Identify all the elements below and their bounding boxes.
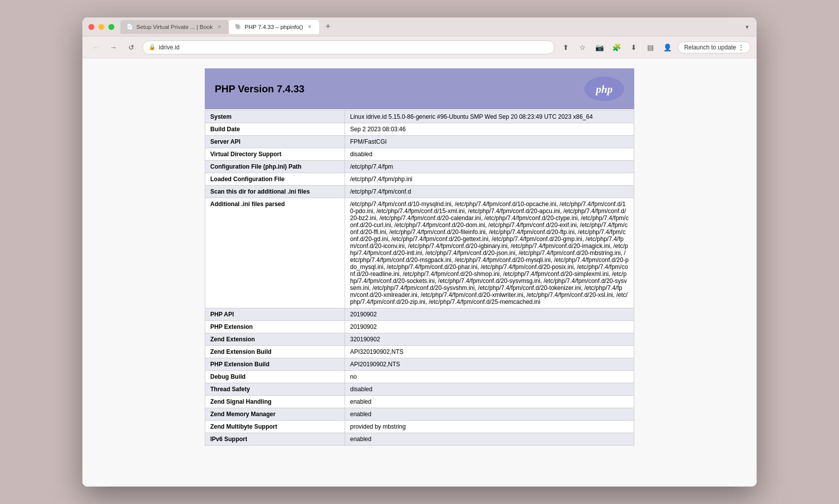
lock-icon: 🔒 — [149, 44, 156, 50]
minimize-button[interactable] — [98, 24, 104, 30]
row-key: Zend Extension Build — [205, 346, 345, 358]
address-bar[interactable]: 🔒 idrive.id — [142, 40, 555, 54]
forward-button[interactable]: → — [106, 40, 120, 54]
row-key: Configuration File (php.ini) Path — [205, 161, 345, 173]
row-key: Debug Build — [205, 371, 345, 383]
row-value: 320190902 — [345, 333, 634, 346]
close-button[interactable] — [88, 24, 94, 30]
tab-2-label: PHP 7.4.33 – phpinfo() — [245, 24, 303, 30]
row-key: Zend Extension — [205, 333, 345, 346]
row-key: PHP Extension — [205, 321, 345, 333]
row-value: enabled — [345, 396, 634, 408]
relaunch-label: Relaunch to update — [684, 44, 736, 51]
reload-button[interactable]: ↺ — [124, 40, 138, 54]
page-content[interactable]: PHP Version 7.4.33 php SystemLinux idriv… — [82, 58, 757, 487]
php-header: PHP Version 7.4.33 php — [205, 68, 634, 109]
row-value: enabled — [345, 408, 634, 421]
back-button[interactable]: ← — [88, 40, 102, 54]
table-row: PHP Extension20190902 — [205, 321, 634, 333]
tab-1-close[interactable]: ✕ — [216, 23, 223, 30]
row-key: Thread Safety — [205, 383, 345, 396]
tab-1-label: Setup Virtual Private ... | Book — [136, 24, 213, 30]
relaunch-chevron-icon: ⋮ — [738, 44, 744, 51]
table-row: Virtual Directory Supportdisabled — [205, 148, 634, 161]
phpinfo-table: SystemLinux idrive.id 5.15.0-86-generic … — [205, 110, 634, 446]
download-button[interactable]: ⬇ — [627, 40, 641, 54]
php-version-title: PHP Version 7.4.33 — [215, 83, 305, 95]
row-key: Scan this dir for additional .ini files — [205, 186, 345, 198]
row-key: PHP API — [205, 308, 345, 321]
row-value: 20190902 — [345, 321, 634, 333]
extensions-button[interactable]: 🧩 — [610, 40, 624, 54]
puzzle-icon: 🧩 — [612, 43, 621, 51]
titlebar: 📄 Setup Virtual Private ... | Book ✕ 🐘 P… — [82, 17, 757, 36]
row-value: API20190902,NTS — [345, 358, 634, 371]
table-row: Zend Memory Managerenabled — [205, 408, 634, 421]
row-value: disabled — [345, 383, 634, 396]
tab-2-favicon: 🐘 — [235, 23, 242, 30]
row-key: Virtual Directory Support — [205, 148, 345, 161]
tab-1[interactable]: 📄 Setup Virtual Private ... | Book ✕ — [120, 20, 229, 34]
row-value: FPM/FastCGI — [345, 136, 634, 148]
traffic-lights — [88, 24, 114, 30]
new-tab-button[interactable]: + — [321, 20, 335, 34]
bookmark-button[interactable]: ☆ — [576, 40, 590, 54]
row-value: /etc/php/7.4/fpm/conf.d/10-mysqlnd.ini, … — [345, 198, 634, 308]
row-key: Build Date — [205, 123, 345, 136]
maximize-button[interactable] — [108, 24, 114, 30]
svg-text:php: php — [595, 83, 613, 95]
table-row: Zend Extension BuildAPI320190902,NTS — [205, 346, 634, 358]
row-key: Zend Multibyte Support — [205, 421, 345, 433]
tabs-bar: 📄 Setup Virtual Private ... | Book ✕ 🐘 P… — [120, 20, 751, 34]
table-row: Scan this dir for additional .ini files/… — [205, 186, 634, 198]
profile-button[interactable]: 👤 — [661, 40, 675, 54]
row-key: System — [205, 111, 345, 123]
tab-2[interactable]: 🐘 PHP 7.4.33 – phpinfo() ✕ — [229, 20, 319, 34]
download-icon: ⬇ — [631, 43, 637, 51]
table-row: Server APIFPM/FastCGI — [205, 136, 634, 148]
forward-icon: → — [110, 43, 117, 51]
row-value: Linux idrive.id 5.15.0-86-generic #96-Ub… — [345, 111, 634, 123]
relaunch-button[interactable]: Relaunch to update ⋮ — [678, 41, 751, 53]
table-row: Build DateSep 2 2023 08:03:46 — [205, 123, 634, 136]
tab-2-close[interactable]: ✕ — [306, 23, 313, 30]
row-key: Additional .ini files parsed — [205, 198, 345, 308]
row-key: PHP Extension Build — [205, 358, 345, 371]
row-value: API320190902,NTS — [345, 346, 634, 358]
tabs-chevron[interactable]: ▾ — [744, 21, 751, 32]
table-row: Thread Safetydisabled — [205, 383, 634, 396]
share-icon: ⬆ — [563, 43, 569, 51]
row-key: Zend Memory Manager — [205, 408, 345, 421]
profile-icon: 👤 — [663, 43, 672, 51]
toolbar-actions: ⬆ ☆ 📷 🧩 ⬇ ▤ 👤 Relaunch to update ⋮ — [559, 40, 751, 54]
row-value: disabled — [345, 148, 634, 161]
toolbar: ← → ↺ 🔒 idrive.id ⬆ ☆ 📷 🧩 ⬇ — [82, 36, 757, 58]
reload-icon: ↺ — [128, 43, 134, 51]
phpinfo-container: PHP Version 7.4.33 php SystemLinux idriv… — [205, 68, 634, 446]
tab-1-favicon: 📄 — [126, 23, 133, 30]
sidebar-button[interactable]: ▤ — [644, 40, 658, 54]
camera-icon: 📷 — [595, 43, 604, 51]
screenshot-button[interactable]: 📷 — [593, 40, 607, 54]
row-value: Sep 2 2023 08:03:46 — [345, 123, 634, 136]
table-row: SystemLinux idrive.id 5.15.0-86-generic … — [205, 111, 634, 123]
table-row: PHP API20190902 — [205, 308, 634, 321]
table-row: Zend Extension320190902 — [205, 333, 634, 346]
row-value: 20190902 — [345, 308, 634, 321]
row-value: /etc/php/7.4/fpm — [345, 161, 634, 173]
row-value: no — [345, 371, 634, 383]
row-value: /etc/php/7.4/fpm/php.ini — [345, 173, 634, 186]
row-key: Loaded Configuration File — [205, 173, 345, 186]
table-row: IPv6 Supportenabled — [205, 433, 634, 446]
table-row: Loaded Configuration File/etc/php/7.4/fp… — [205, 173, 634, 186]
back-icon: ← — [92, 43, 99, 51]
table-row: Zend Signal Handlingenabled — [205, 396, 634, 408]
row-value: enabled — [345, 433, 634, 446]
row-key: Zend Signal Handling — [205, 396, 345, 408]
share-button[interactable]: ⬆ — [559, 40, 573, 54]
table-row: Additional .ini files parsed/etc/php/7.4… — [205, 198, 634, 308]
table-row: Configuration File (php.ini) Path/etc/ph… — [205, 161, 634, 173]
sidebar-icon: ▤ — [647, 43, 654, 51]
browser-window: 📄 Setup Virtual Private ... | Book ✕ 🐘 P… — [82, 17, 757, 487]
address-text: idrive.id — [159, 44, 179, 51]
